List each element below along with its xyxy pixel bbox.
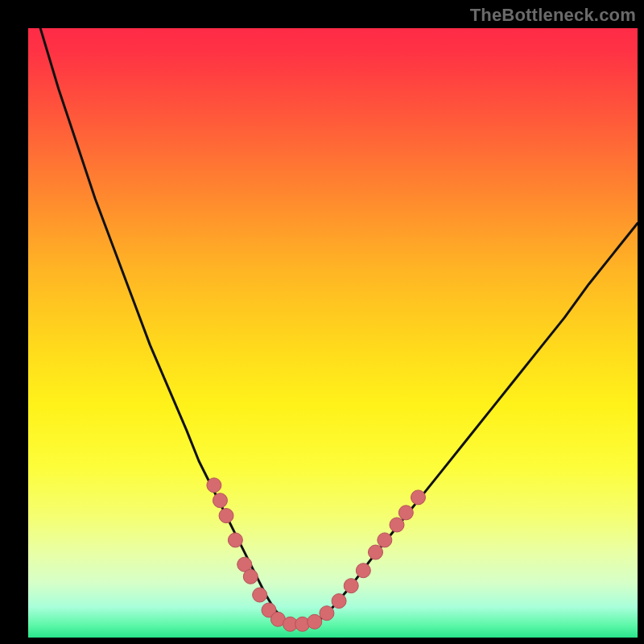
bottleneck-curve [28,28,638,624]
data-marker [243,569,258,584]
data-marker [219,509,233,523]
data-marker [253,588,267,602]
data-marker [320,606,334,621]
data-marker [228,533,242,547]
data-marker [207,478,221,493]
data-marker [356,564,370,578]
watermark-text: TheBottleneck.com [470,5,636,26]
data-marker [368,545,382,559]
data-marker [411,490,425,505]
data-marker [213,493,227,508]
data-marker [344,579,358,593]
plot-area [28,28,638,638]
data-marker [308,614,322,629]
marker-group [207,478,426,632]
data-marker [378,533,392,547]
data-marker [398,506,413,520]
data-marker [332,594,346,609]
chart-frame: TheBottleneck.com [0,0,644,644]
chart-svg [28,28,638,638]
data-marker [390,518,404,532]
